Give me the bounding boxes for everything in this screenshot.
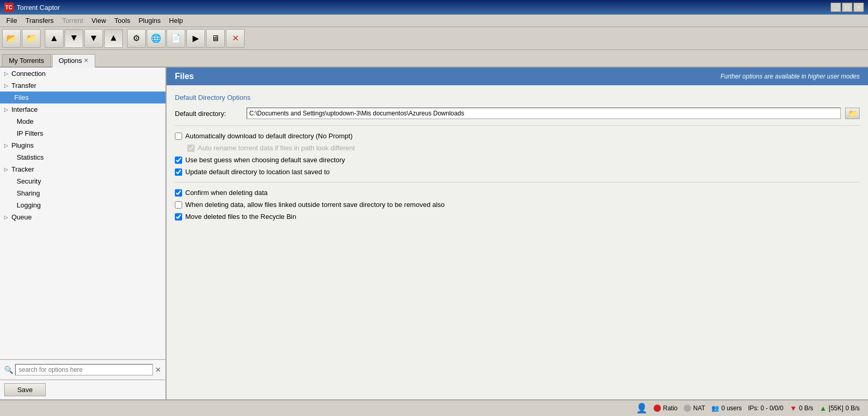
down-arrow-icon: ▼ [790,404,797,412]
auto-download-checkbox[interactable] [175,133,182,140]
tab-options-close[interactable]: ✕ [84,57,88,64]
sidebar: ▷ Connection ▷ Transfer Files ▷ Interfac… [0,68,167,399]
down2-btn[interactable]: ▼ [104,29,123,48]
tab-my-torrents-label: My Torrents [9,57,44,64]
sidebar-item-label: IP Filters [17,129,43,137]
allow-linked-files-checkbox[interactable] [175,201,182,209]
sidebar-item-label: Security [17,177,41,185]
arrow-icon: ▷ [4,107,8,112]
play-btn[interactable]: ▶ [186,29,205,48]
minimize-button[interactable]: _ [831,3,841,12]
save-button[interactable]: Save [4,383,46,396]
sidebar-item-statistics[interactable]: Statistics [0,151,165,163]
auto-rename-label: Auto rename torrent data if files in pat… [198,144,355,152]
best-guess-label: Use best guess when choosing default sav… [185,156,345,164]
sidebar-item-plugins[interactable]: ▷ Plugins [0,139,165,151]
users-count: 0 users [721,405,742,412]
status-ratio-item: Ratio [654,405,678,412]
browse-button[interactable]: 📁 [845,108,860,119]
close-window-button[interactable]: × [853,3,864,12]
menu-transfers[interactable]: Transfers [21,16,58,25]
status-down-item: ▼ 0 B/s [790,404,813,412]
arrow-icon: ▷ [4,214,8,220]
directory-label: Default directory: [175,110,242,118]
toolbar-separator-2 [124,30,126,47]
checkbox-row-4: Update default directory to location las… [175,168,860,176]
rename-btn[interactable]: 📄 [167,29,185,48]
menu-file[interactable]: File [2,16,21,25]
sidebar-item-label: Connection [11,70,46,77]
sidebar-item-label: Transfer [11,82,36,89]
sidebar-item-interface[interactable]: ▷ Interface [0,103,165,115]
ips-label: IPs: 0 - 0/0/0 [748,405,783,412]
status-nat-item: NAT [684,405,705,412]
up-limit: [55K] [829,405,844,412]
sidebar-item-sharing[interactable]: Sharing [0,187,165,199]
update-directory-checkbox[interactable] [175,168,182,176]
open-btn[interactable]: 📁 [22,29,41,48]
checkbox-row-3: Use best guess when choosing default sav… [175,156,860,164]
arrow-icon: ▷ [4,142,8,148]
divider-2 [175,182,860,183]
toolbar-separator-1 [42,30,44,47]
clear-search-button[interactable]: ✕ [155,366,161,374]
status-bar: 👤 Ratio NAT 👥 0 users IPs: 0 - 0/0/0 ▼ 0… [0,399,868,416]
sidebar-item-label: Mode [17,118,34,125]
sidebar-item-label: Statistics [17,153,44,161]
sidebar-item-transfer[interactable]: ▷ Transfer [0,80,165,92]
sidebar-item-ipfilters[interactable]: IP Filters [0,127,165,139]
screen-btn[interactable]: 🖥 [206,29,225,48]
up-speed: 0 B/s [846,405,860,412]
confirm-delete-label: Confirm when deleting data [185,189,267,197]
close-torrent-btn[interactable]: ✕ [226,29,245,48]
title-bar-buttons[interactable]: _ □ × [831,3,864,12]
recycle-bin-label: Move deleted files to the Recycle Bin [185,213,296,220]
sidebar-item-mode[interactable]: Mode [0,115,165,127]
sidebar-search-area: 🔍 ✕ [0,359,165,380]
settings-btn[interactable]: ⚙ [127,29,146,48]
confirm-delete-checkbox[interactable] [175,189,182,197]
users-icon: 👥 [711,405,719,412]
main-area: ▷ Connection ▷ Transfer Files ▷ Interfac… [0,68,868,399]
best-guess-checkbox[interactable] [175,157,182,164]
tab-options[interactable]: Options ✕ [52,54,96,68]
menu-view[interactable]: View [87,16,110,25]
menu-plugins[interactable]: Plugins [134,16,165,25]
ratio-dot [654,405,661,412]
open-folder-btn[interactable]: 📂 [2,29,21,48]
search-options-input[interactable] [15,364,153,375]
sidebar-item-logging[interactable]: Logging [0,199,165,211]
maximize-button[interactable]: □ [842,3,852,12]
down-btn[interactable]: ▼ [84,29,103,48]
menu-help[interactable]: Help [165,16,187,25]
title-bar: TC Torrent Captor _ □ × [0,0,868,15]
sidebar-item-queue[interactable]: ▷ Queue [0,211,165,223]
sidebar-spacer [0,223,165,359]
save-area: Save [0,380,165,399]
arrow-icon: ▷ [4,71,8,76]
content-header-note: Further options are available in higher … [721,73,860,80]
divider [175,125,860,126]
arrow-icon [8,95,11,100]
content-header: Files Further options are available in h… [167,68,868,85]
menu-tools[interactable]: Tools [110,16,134,25]
network-btn[interactable]: 🌐 [147,29,165,48]
content-area: Files Further options are available in h… [167,68,868,399]
recycle-bin-checkbox[interactable] [175,213,182,220]
sidebar-item-files[interactable]: Files [0,92,165,103]
sidebar-item-connection[interactable]: ▷ Connection [0,68,165,80]
sidebar-item-label: Files [15,94,29,101]
directory-input[interactable] [247,108,841,119]
upload-btn[interactable]: ▲ [45,29,63,48]
status-users-item: 👥 0 users [711,405,742,412]
up-arrow-icon: ▲ [820,404,827,412]
sidebar-item-label: Logging [17,201,41,209]
arrow-icon: ▷ [4,83,8,88]
sidebar-item-tracker[interactable]: ▷ Tracker [0,163,165,175]
menu-torrent: Torrent [58,16,87,25]
auto-rename-checkbox [187,145,195,152]
sidebar-item-security[interactable]: Security [0,175,165,187]
tab-my-torrents[interactable]: My Torrents [2,54,51,67]
upload2-btn[interactable]: ▲ [65,29,83,48]
content-body: Default Directory Options Default direct… [167,85,868,233]
